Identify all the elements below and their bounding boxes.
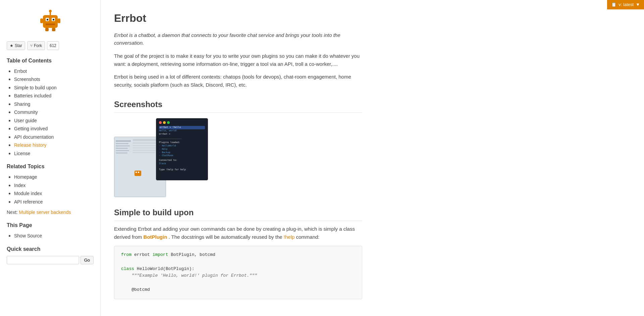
simple-section-title: Simple to build upon [114,207,362,221]
code-class-keyword: class [121,266,134,271]
help-link[interactable]: !help [284,234,295,240]
svg-rect-9 [58,18,60,23]
screenshot-terminal: errbot > !hello Hello, world! errbot > ─… [156,118,208,180]
logo-area [7,7,94,36]
toc-link[interactable]: Getting involved [14,126,48,131]
svg-rect-3 [47,19,48,20]
svg-rect-24 [133,152,155,153]
search-go-button[interactable]: Go [80,256,94,264]
svg-rect-5 [46,24,55,25]
svg-rect-18 [116,152,127,153]
quick-search-section: Quick search Go [7,245,94,264]
toc-link[interactable]: Errbot [14,69,27,74]
main-content: Errbot Errbot is a chatbot, a daemon tha… [101,0,376,316]
svg-rect-20 [133,142,158,144]
related-topics-next: Next: Multiple server backends [7,209,94,216]
simple-para-text3: command: [296,234,319,240]
svg-rect-11 [52,28,55,31]
svg-rect-16 [116,148,128,149]
simple-para: Extending Errbot and adding your own com… [114,225,362,241]
toc-link[interactable]: User guide [14,118,37,123]
next-link[interactable]: Multiple server backends [19,210,71,215]
star-icon: ★ [10,43,13,49]
star-label: Star [15,43,22,49]
this-page-link[interactable]: Show Source [14,233,42,238]
simple-para-text2: . The docstrings will be automatically r… [169,234,282,240]
botplugin-link[interactable]: BotPlugin [144,234,167,240]
svg-rect-17 [116,150,129,151]
toc-link[interactable]: Simple to build upon [14,85,57,90]
this-page-title: This Page [7,221,94,229]
toc-link[interactable]: Batteries included [14,93,51,98]
related-topic-link[interactable]: API reference [14,199,43,205]
toc-link[interactable]: Release history [14,142,47,148]
version-label: v: latest [619,1,634,8]
para1: The goal of the project is to make it ea… [114,52,362,68]
toc-section: Table of Contents ErrbotScreenshotsSimpl… [7,57,94,157]
quick-search-title: Quick search [7,245,94,253]
sidebar: ★ Star ⑂ Fork 612 Table of Contents Errb… [0,0,101,316]
svg-rect-22 [133,147,156,148]
code-line3-rest: HelloWorld(BotPlugin): [137,266,195,271]
code-from-keyword: from [121,252,131,257]
screenshots-section-title: Screenshots [114,98,362,113]
toc-link[interactable]: License [14,151,30,156]
this-page-list: Show Source [7,232,94,240]
related-topics-list: HomepageIndexModule indexAPI reference [7,173,94,206]
svg-rect-25 [135,171,141,176]
svg-rect-8 [40,18,43,23]
toc-link[interactable]: Community [14,109,38,115]
book-icon: 📋 [611,1,616,8]
code-line1: from errbot import BotPlugin, botcmd [121,252,355,259]
code-line3: class HelloWorld(BotPlugin): [121,266,355,273]
intro-paragraph: Errbot is a chatbot, a daemon that conne… [114,32,362,47]
errbot-logo [37,7,64,34]
para2: Errbot is being used in a lot of differe… [114,73,362,89]
code-line5-blank [121,279,355,286]
github-buttons: ★ Star ⑂ Fork 612 [7,41,94,50]
code-import-keyword: import [153,252,168,257]
fork-icon: ⑂ [30,43,33,49]
svg-rect-15 [116,145,130,146]
svg-rect-14 [116,143,128,144]
svg-rect-27 [138,172,139,173]
star-button[interactable]: ★ Star [7,41,25,50]
page-title: Errbot [114,10,362,26]
code-line6: @botcmd [121,286,355,294]
this-page-section: This Page Show Source [7,221,94,240]
code-decorator: @botcmd [121,287,150,292]
svg-rect-0 [43,15,58,28]
svg-rect-4 [53,19,54,20]
svg-point-7 [49,10,52,12]
fork-count: 612 [47,41,59,50]
screenshots-container: errbot > !hello Hello, world! errbot > ─… [114,118,362,197]
code-line1-middle: errbot [134,252,153,257]
toc-link[interactable]: API documentation [14,134,54,140]
next-label: Next: [7,210,18,215]
related-topics-title: Related Topics [7,163,94,171]
toc-title: Table of Contents [7,57,94,65]
svg-rect-10 [45,28,49,31]
svg-rect-26 [136,172,137,173]
related-topic-link[interactable]: Index [14,183,25,188]
svg-rect-21 [133,145,160,146]
version-badge[interactable]: 📋 v: latest ▼ [607,0,644,9]
related-topics-section: Related Topics HomepageIndexModule index… [7,163,94,216]
toc-list: ErrbotScreenshotsSimple to build uponBat… [7,67,94,157]
toc-link[interactable]: Screenshots [14,77,40,82]
code-line4: """Example 'Hello, world!' plugin for Er… [121,272,355,279]
chevron-down-icon: ▼ [636,1,640,8]
search-input[interactable] [7,256,79,264]
related-topic-link[interactable]: Module index [14,191,42,196]
code-block: from errbot import BotPlugin, botcmd cla… [114,246,362,299]
code-docstring: """Example 'Hello, world!' plugin for Er… [121,273,257,278]
svg-rect-13 [116,140,131,142]
code-line2-blank [121,259,355,266]
fork-label: Fork [34,43,42,49]
code-line1-end: BotPlugin, botcmd [171,252,215,257]
toc-link[interactable]: Sharing [14,101,30,107]
svg-rect-23 [133,150,159,151]
fork-button[interactable]: ⑂ Fork [27,41,45,50]
related-topic-link[interactable]: Homepage [14,174,37,180]
